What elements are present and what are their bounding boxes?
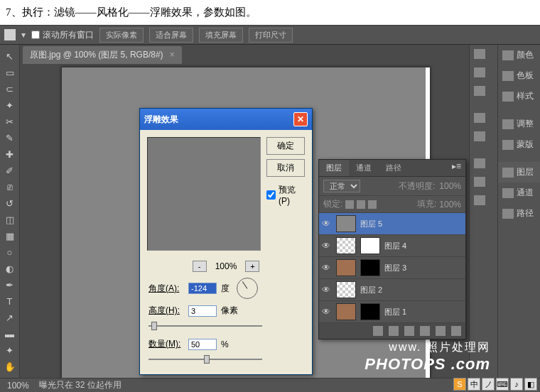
layer-thumb[interactable] xyxy=(336,259,356,276)
visibility-icon[interactable]: 👁 xyxy=(322,263,332,273)
preview-box[interactable] xyxy=(147,137,261,251)
angle-input[interactable] xyxy=(188,283,217,294)
dodge-tool[interactable]: ◐ xyxy=(1,261,18,276)
blur-tool[interactable]: ○ xyxy=(1,244,18,260)
panel-icon-5[interactable] xyxy=(470,127,497,146)
panel-layers[interactable]: 图层 xyxy=(498,162,540,183)
layer-row-3[interactable]: 👁 图层 3 xyxy=(319,257,465,279)
zoom-in-button[interactable]: + xyxy=(245,261,259,272)
panel-icon-7[interactable] xyxy=(470,173,497,191)
layer-thumb[interactable] xyxy=(336,303,356,320)
panel-masks[interactable]: 蒙版 xyxy=(498,134,540,155)
tab-layers[interactable]: 图层 xyxy=(319,160,349,176)
layer-name[interactable]: 图层 4 xyxy=(384,241,406,251)
dialog-titlebar[interactable]: 浮雕效果 ✕ xyxy=(140,109,312,130)
visibility-icon[interactable]: 👁 xyxy=(322,285,332,295)
layer-thumb[interactable] xyxy=(336,237,356,254)
layer-name[interactable]: 图层 1 xyxy=(384,307,406,317)
hand-tool[interactable]: ✋ xyxy=(1,359,18,374)
layer-name[interactable]: 图层 5 xyxy=(360,219,382,229)
visibility-icon[interactable]: 👁 xyxy=(322,307,332,317)
move-tool[interactable]: ↖ xyxy=(1,48,18,64)
tab-paths[interactable]: 路径 xyxy=(379,160,409,176)
actual-pixels-button[interactable]: 实际像素 xyxy=(99,28,144,43)
layer-thumb[interactable] xyxy=(336,215,356,232)
ime-punct[interactable]: ノ xyxy=(482,378,495,391)
link-layers-icon[interactable] xyxy=(373,326,383,336)
eyedropper-tool[interactable]: ✎ xyxy=(1,130,18,146)
document-tab[interactable]: 原图.jpg @ 100% (图层 5, RGB/8#) × xyxy=(23,46,182,64)
layer-mask[interactable] xyxy=(360,303,380,320)
crop-tool[interactable]: ✂ xyxy=(1,114,18,129)
visibility-icon[interactable]: 👁 xyxy=(322,219,332,229)
panel-channels[interactable]: 通道 xyxy=(498,183,540,203)
ime-lang[interactable]: 中 xyxy=(468,378,480,391)
heal-tool[interactable]: ✚ xyxy=(1,146,18,162)
eraser-tool[interactable]: ◫ xyxy=(1,212,18,227)
layer-row-1[interactable]: 👁 图层 1 xyxy=(319,301,465,323)
preview-check-input[interactable] xyxy=(266,190,276,200)
ime-sound[interactable]: ♪ xyxy=(510,378,523,391)
panel-icon-2[interactable] xyxy=(470,63,497,82)
panel-color[interactable]: 颜色 xyxy=(498,45,540,65)
angle-dial[interactable] xyxy=(237,278,258,299)
height-slider[interactable] xyxy=(148,321,262,331)
fit-screen-button[interactable]: 适合屏幕 xyxy=(149,28,193,43)
lasso-tool[interactable]: ⊂ xyxy=(1,81,18,97)
preview-checkbox[interactable]: 预览(P) xyxy=(266,184,305,206)
new-layer-icon[interactable] xyxy=(436,326,446,336)
visibility-icon[interactable]: 👁 xyxy=(322,241,332,251)
opacity-value[interactable]: 100% xyxy=(439,181,461,191)
type-tool[interactable]: T xyxy=(1,293,18,309)
dropdown-icon[interactable]: ▾ xyxy=(21,30,26,40)
tool-preset-icon[interactable] xyxy=(4,29,16,40)
layer-thumb[interactable] xyxy=(336,281,356,298)
gradient-tool[interactable]: ▦ xyxy=(1,228,18,244)
lock-all-icon[interactable] xyxy=(368,200,377,209)
brush-tool[interactable]: ✐ xyxy=(1,163,18,178)
layer-mask[interactable] xyxy=(360,259,380,276)
panel-swatches[interactable]: 色板 xyxy=(498,65,540,86)
tab-channels[interactable]: 通道 xyxy=(349,160,379,176)
layer-row-5[interactable]: 👁 图层 5 xyxy=(319,213,465,235)
layer-name[interactable]: 图层 2 xyxy=(360,285,382,295)
fill-value[interactable]: 100% xyxy=(439,200,461,209)
layer-style-icon[interactable] xyxy=(389,326,399,336)
height-input[interactable] xyxy=(188,305,217,317)
zoom-status[interactable]: 100% xyxy=(7,381,29,391)
ime-icon[interactable]: S xyxy=(453,378,466,391)
panel-icon-3[interactable] xyxy=(470,82,497,100)
panel-icon-6[interactable] xyxy=(470,154,497,173)
panel-icon-4[interactable] xyxy=(470,109,497,127)
amount-slider[interactable] xyxy=(148,354,262,364)
fill-screen-button[interactable]: 填充屏幕 xyxy=(199,28,243,43)
panel-styles[interactable]: 样式 xyxy=(498,86,540,107)
layer-name[interactable]: 图层 3 xyxy=(384,263,406,273)
amount-input[interactable] xyxy=(188,339,217,350)
print-size-button[interactable]: 打印尺寸 xyxy=(249,28,293,43)
layer-mask-icon[interactable] xyxy=(404,326,414,336)
lock-position-icon[interactable] xyxy=(357,200,365,209)
dialog-close-button[interactable]: ✕ xyxy=(293,112,308,126)
3d-tool[interactable]: ✦ xyxy=(1,342,18,358)
wand-tool[interactable]: ✦ xyxy=(1,97,18,113)
shape-tool[interactable]: ▬ xyxy=(1,326,18,342)
cancel-button[interactable]: 取消 xyxy=(266,159,305,177)
close-tab-icon[interactable]: × xyxy=(170,50,175,60)
zoom-out-button[interactable]: - xyxy=(193,261,207,272)
scroll-all-input[interactable] xyxy=(31,31,40,39)
stamp-tool[interactable]: ⎚ xyxy=(1,179,18,195)
panel-icon-1[interactable] xyxy=(470,45,497,63)
panel-menu-icon[interactable]: ▸≡ xyxy=(448,160,465,176)
blend-mode-select[interactable]: 正常 xyxy=(323,180,360,192)
panel-adjustments[interactable]: 调整 xyxy=(498,114,540,134)
ime-pad[interactable]: ◧ xyxy=(524,378,537,391)
ime-kbd[interactable]: ⌨ xyxy=(496,378,509,391)
pen-tool[interactable]: ✒ xyxy=(1,277,18,293)
panel-paths[interactable]: 路径 xyxy=(498,203,540,224)
history-brush-tool[interactable]: ↺ xyxy=(1,195,18,211)
delete-layer-icon[interactable] xyxy=(451,326,461,336)
lock-pixels-icon[interactable] xyxy=(345,200,354,209)
ok-button[interactable]: 确定 xyxy=(266,137,305,155)
layer-mask[interactable] xyxy=(360,237,380,254)
